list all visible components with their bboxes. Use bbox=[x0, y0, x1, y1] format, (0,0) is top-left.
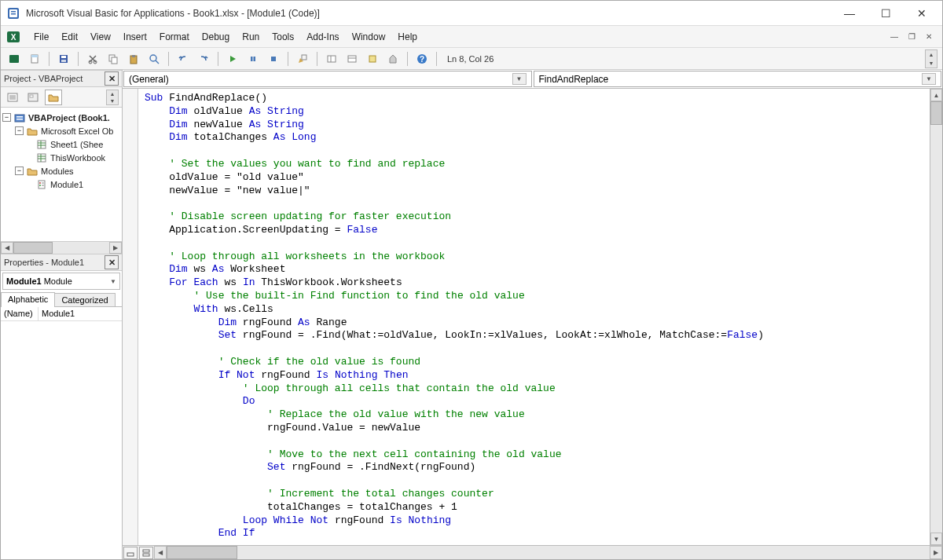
run-button[interactable] bbox=[224, 50, 241, 68]
hscroll-left[interactable]: ◀ bbox=[154, 546, 167, 559]
undo-button[interactable] bbox=[174, 50, 192, 68]
svg-rect-28 bbox=[348, 56, 356, 62]
tree-thisworkbook[interactable]: ThisWorkbook bbox=[50, 153, 105, 163]
doc-restore-button[interactable]: ❐ bbox=[906, 31, 917, 42]
svg-point-51 bbox=[39, 182, 41, 184]
menu-insert[interactable]: Insert bbox=[117, 28, 153, 46]
tree-collapse-icon[interactable]: − bbox=[15, 126, 24, 135]
properties-grid: (Name) Module1 bbox=[1, 307, 122, 559]
hscroll-right[interactable]: ▶ bbox=[930, 546, 942, 559]
tree-module1[interactable]: Module1 bbox=[50, 180, 83, 189]
tree-excel-objects[interactable]: Microsoft Excel Ob bbox=[41, 126, 113, 136]
toolbox-button[interactable] bbox=[384, 50, 402, 68]
svg-rect-2 bbox=[11, 11, 16, 13]
view-code-button[interactable] bbox=[4, 90, 21, 105]
properties-panel-title: Properties - Module1 bbox=[4, 258, 84, 267]
svg-rect-23 bbox=[271, 57, 276, 61]
procedure-view-button[interactable] bbox=[123, 547, 138, 559]
menu-run[interactable]: Run bbox=[236, 28, 266, 46]
maximize-button[interactable]: ☐ bbox=[875, 5, 897, 21]
svg-rect-46 bbox=[38, 154, 46, 162]
svg-marker-20 bbox=[230, 56, 236, 62]
object-dropdown[interactable]: (General) ▼ bbox=[123, 71, 532, 87]
separator bbox=[49, 52, 50, 66]
property-name: (Name) bbox=[1, 307, 39, 320]
code-margin bbox=[123, 89, 138, 545]
menu-help[interactable]: Help bbox=[391, 28, 424, 46]
tab-categorized[interactable]: Categorized bbox=[54, 293, 115, 306]
svg-rect-6 bbox=[9, 55, 19, 63]
reset-button[interactable] bbox=[265, 50, 282, 68]
insert-module-button[interactable] bbox=[26, 50, 43, 68]
menu-addins[interactable]: Add-Ins bbox=[300, 28, 345, 46]
separator bbox=[168, 52, 169, 66]
window-title: Microsoft Visual Basic for Applications … bbox=[26, 8, 838, 19]
full-module-view-button[interactable] bbox=[139, 547, 153, 559]
tree-modules[interactable]: Modules bbox=[41, 167, 74, 176]
menu-window[interactable]: Window bbox=[346, 28, 392, 46]
code-editor[interactable]: Sub FindAndReplace() Dim oldValue As Str… bbox=[138, 89, 930, 545]
svg-rect-21 bbox=[251, 57, 253, 61]
design-mode-button[interactable] bbox=[294, 50, 311, 68]
svg-rect-38 bbox=[30, 95, 33, 97]
toolbar-scroll[interactable]: ▲▼ bbox=[925, 49, 937, 68]
property-value[interactable]: Module1 bbox=[39, 307, 122, 320]
view-excel-button[interactable] bbox=[6, 50, 23, 68]
svg-text:X: X bbox=[11, 33, 17, 42]
menu-edit[interactable]: Edit bbox=[55, 28, 84, 46]
menu-view[interactable]: View bbox=[84, 28, 117, 46]
menu-file[interactable]: File bbox=[28, 28, 55, 46]
copy-button[interactable] bbox=[105, 50, 122, 68]
properties-dropdown-bold: Module1 bbox=[6, 276, 42, 286]
svg-rect-40 bbox=[17, 116, 23, 118]
svg-marker-24 bbox=[299, 58, 303, 63]
svg-rect-22 bbox=[254, 57, 256, 61]
project-panel-toolbar: ▲▼ bbox=[1, 87, 122, 108]
minimize-button[interactable]: — bbox=[838, 5, 860, 21]
tree-collapse-icon[interactable]: − bbox=[2, 113, 11, 122]
svg-rect-56 bbox=[143, 550, 149, 552]
code-vscroll[interactable]: ▲▼ bbox=[930, 89, 942, 545]
tab-alphabetic[interactable]: Alphabetic bbox=[1, 292, 55, 307]
paste-button[interactable] bbox=[125, 50, 142, 68]
menu-tools[interactable]: Tools bbox=[266, 28, 300, 46]
object-browser-button[interactable] bbox=[364, 50, 381, 68]
tree-collapse-icon[interactable]: − bbox=[15, 167, 24, 175]
procedure-dropdown[interactable]: FindAndReplace ▼ bbox=[534, 71, 942, 87]
separator bbox=[78, 52, 79, 66]
folder-icon bbox=[26, 166, 39, 177]
separator bbox=[407, 52, 408, 66]
excel-icon[interactable]: X bbox=[6, 29, 21, 45]
menu-format[interactable]: Format bbox=[153, 28, 196, 46]
find-button[interactable] bbox=[145, 50, 163, 68]
toggle-folders-button[interactable] bbox=[45, 90, 62, 105]
tree-vbaproject[interactable]: VBAProject (Book1. bbox=[28, 113, 110, 123]
redo-button[interactable] bbox=[195, 50, 212, 68]
break-button[interactable] bbox=[244, 50, 262, 68]
view-object-button[interactable] bbox=[24, 90, 42, 105]
object-dropdown-value: (General) bbox=[129, 74, 169, 85]
project-hscroll[interactable]: ◀▶ bbox=[1, 241, 122, 254]
help-button[interactable]: ? bbox=[413, 50, 431, 68]
folder-icon bbox=[26, 126, 39, 137]
project-explorer-button[interactable] bbox=[323, 50, 340, 68]
menu-debug[interactable]: Debug bbox=[196, 28, 236, 46]
titlebar: Microsoft Visual Basic for Applications … bbox=[1, 1, 942, 26]
hscroll-thumb[interactable] bbox=[167, 546, 237, 559]
properties-window-button[interactable] bbox=[343, 50, 361, 68]
project-panel-close[interactable]: ✕ bbox=[105, 71, 119, 86]
svg-rect-39 bbox=[15, 115, 24, 122]
project-toolbar-scroll[interactable]: ▲▼ bbox=[106, 90, 119, 105]
doc-minimize-button[interactable]: — bbox=[889, 31, 900, 42]
doc-close-button[interactable]: ✕ bbox=[923, 31, 934, 42]
save-button[interactable] bbox=[55, 50, 72, 68]
svg-point-52 bbox=[39, 185, 41, 186]
tree-sheet1[interactable]: Sheet1 (Shee bbox=[50, 140, 103, 149]
properties-object-dropdown[interactable]: Module1 Module ▼ bbox=[2, 273, 120, 290]
properties-panel-close[interactable]: ✕ bbox=[105, 255, 119, 269]
cut-button[interactable] bbox=[84, 50, 101, 68]
procedure-dropdown-value: FindAndReplace bbox=[539, 74, 609, 85]
svg-rect-26 bbox=[328, 56, 336, 62]
project-panel-title: Project - VBAProject bbox=[4, 74, 83, 83]
close-button[interactable]: ✕ bbox=[911, 5, 933, 21]
